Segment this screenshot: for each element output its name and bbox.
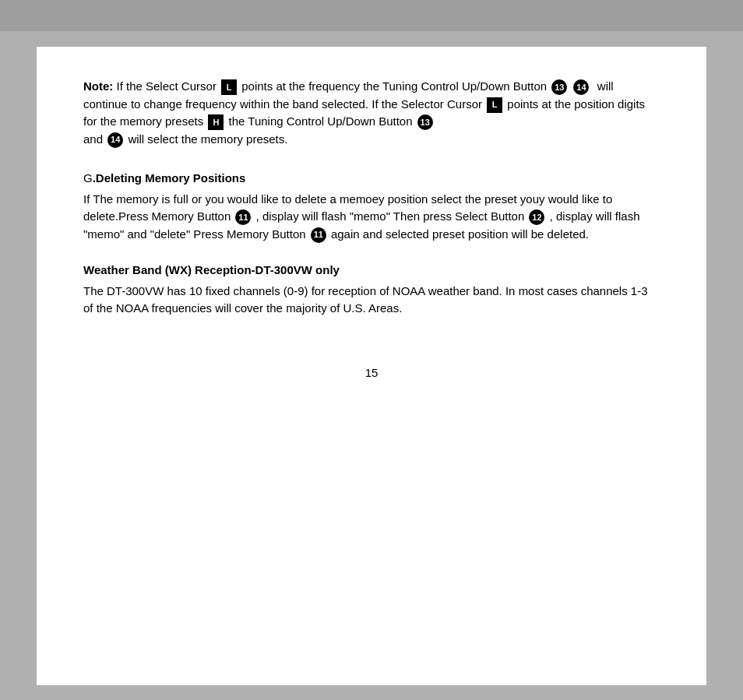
badge-H: H xyxy=(208,114,224,130)
weather-heading: Weather Band (WX) Reception-DT-300VW onl… xyxy=(83,262,660,280)
badge-14: 14 xyxy=(573,79,589,95)
heading-bold: .Deleting Memory Positions xyxy=(93,171,246,185)
note-bold-label: Note: xyxy=(83,79,113,93)
weather-paragraph: The DT-300VW has 10 fixed channels (0-9)… xyxy=(83,283,660,318)
badge-12: 12 xyxy=(529,209,544,225)
note-text7: will select the memory presets. xyxy=(128,132,287,146)
top-bar xyxy=(0,0,743,31)
badge-L1: L xyxy=(221,79,237,95)
page-container: Note: If the Select Cursor L points at t… xyxy=(37,47,706,685)
heading-prefix: G xyxy=(83,171,93,185)
note-text2: points at the frequency the Tuning Contr… xyxy=(241,79,547,93)
badge-11a: 11 xyxy=(235,209,251,225)
badge-14b: 14 xyxy=(107,132,123,148)
deleting-section: G.Deleting Memory Positions If The memor… xyxy=(83,170,660,243)
page-number: 15 xyxy=(83,364,660,382)
deleting-text4: again and selected preset position will … xyxy=(331,227,589,241)
note-text5: the Tuning Control Up/Down Button xyxy=(229,114,413,128)
badge-L2: L xyxy=(487,97,502,113)
badge-13b: 13 xyxy=(417,114,433,130)
note-text1: If the Select Cursor xyxy=(113,79,217,93)
deleting-paragraph: If The memory is full or you would like … xyxy=(83,191,660,244)
deleting-text2: , display will flash "memo" Then press S… xyxy=(256,209,525,223)
note-paragraph: Note: If the Select Cursor L points at t… xyxy=(83,78,660,148)
deleting-heading: G.Deleting Memory Positions xyxy=(83,170,660,188)
note-text6: and xyxy=(83,132,103,146)
note-section: Note: If the Select Cursor L points at t… xyxy=(83,78,660,148)
badge-13: 13 xyxy=(551,79,567,95)
badge-11b: 11 xyxy=(311,227,326,243)
weather-section: Weather Band (WX) Reception-DT-300VW onl… xyxy=(83,262,660,318)
